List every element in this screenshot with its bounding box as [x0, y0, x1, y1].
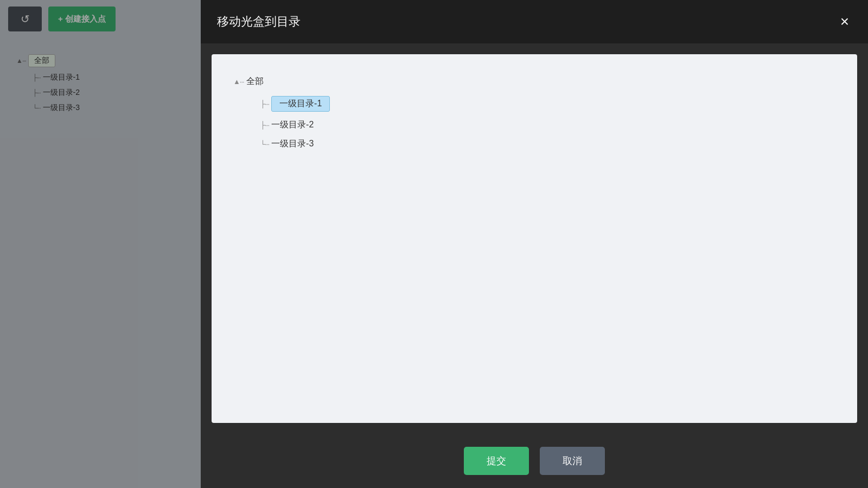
modal-child-label-2[interactable]: 一级目录-2 — [271, 119, 314, 131]
modal-tree: ▲··· 全部 ├··· 一级目录-1 ├··· 一级目录-2 └··· 一级目… — [233, 70, 835, 163]
modal-root-connector: ▲··· — [233, 78, 244, 86]
modal-tree-children: ├··· 一级目录-1 ├··· 一级目录-2 └··· 一级目录-3 — [260, 96, 835, 150]
modal-header: 移动光盒到目录 × — [201, 0, 868, 43]
modal-dialog: 移动光盒到目录 × ▲··· 全部 ├··· 一级目录-1 ├··· 一级目录-… — [201, 0, 868, 488]
list-item: ├··· 一级目录-2 — [260, 119, 835, 131]
list-item: ├··· 一级目录-1 — [260, 96, 835, 112]
modal-child-label-1[interactable]: 一级目录-1 — [271, 96, 330, 112]
modal-child-label-3[interactable]: 一级目录-3 — [271, 138, 314, 150]
modal-body: ▲··· 全部 ├··· 一级目录-1 ├··· 一级目录-2 └··· 一级目… — [212, 54, 857, 423]
modal-child-connector-2: ├··· — [260, 121, 269, 129]
modal-footer: 提交 取消 — [201, 434, 868, 488]
modal-title: 移动光盒到目录 — [217, 14, 301, 30]
modal-child-connector-3: └··· — [260, 140, 269, 148]
modal-child-connector-1: ├··· — [260, 100, 269, 108]
modal-root-label[interactable]: 全部 — [246, 76, 264, 87]
list-item: └··· 一级目录-3 — [260, 138, 835, 150]
modal-close-button[interactable]: × — [838, 14, 852, 29]
submit-button[interactable]: 提交 — [464, 447, 529, 475]
cancel-button[interactable]: 取消 — [540, 447, 605, 475]
modal-tree-root-node: ▲··· 全部 — [233, 76, 835, 87]
